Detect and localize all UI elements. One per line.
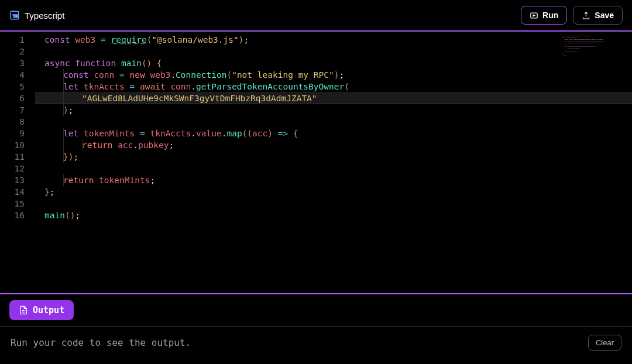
code-line[interactable] <box>35 198 632 210</box>
code-editor[interactable]: 12345678910111213141516 const web3 = req… <box>0 32 632 293</box>
document-icon <box>19 305 28 315</box>
line-number: 5 <box>0 81 35 92</box>
line-number: 12 <box>0 163 35 174</box>
code-line[interactable]: const conn = new web3.Connection("not le… <box>35 69 632 81</box>
code-line[interactable] <box>35 163 632 174</box>
save-button[interactable]: Save <box>573 6 623 25</box>
line-number: 9 <box>0 128 35 139</box>
code-line[interactable]: async function main() { <box>35 57 632 69</box>
typescript-icon: TS <box>9 10 20 20</box>
clear-button[interactable]: Clear <box>588 335 621 351</box>
clear-button-label: Clear <box>596 338 614 347</box>
output-tab[interactable]: Output <box>9 300 74 320</box>
run-button-label: Run <box>542 11 558 20</box>
line-number: 1 <box>0 34 35 46</box>
line-number: 14 <box>0 186 35 198</box>
line-number: 7 <box>0 104 35 116</box>
code-line[interactable]: let tknAccts = await conn.getParsedToken… <box>35 81 632 92</box>
code-line[interactable]: const web3 = require("@solana/web3.js"); <box>35 34 632 46</box>
line-number: 2 <box>0 46 35 57</box>
code-line[interactable]: "AGLwEd8LAdUHe9cMkSWnF3gyVtDmFHbzRq3dAdm… <box>35 92 632 104</box>
output-tab-label: Output <box>33 305 64 315</box>
line-number: 10 <box>0 139 35 151</box>
line-number: 6 <box>0 92 35 104</box>
line-number: 4 <box>0 69 35 81</box>
code-line[interactable]: main(); <box>35 210 632 221</box>
code-line[interactable]: let tokenMints = tknAccts.value.map((acc… <box>35 128 632 139</box>
line-number-gutter: 12345678910111213141516 <box>0 34 35 221</box>
line-number: 15 <box>0 198 35 210</box>
line-number: 11 <box>0 151 35 163</box>
language-label: Typescript <box>25 11 64 20</box>
line-number: 13 <box>0 174 35 186</box>
language-indicator: TS Typescript <box>9 10 64 20</box>
code-line[interactable]: }; <box>35 186 632 198</box>
code-line[interactable] <box>35 116 632 128</box>
header-actions: Run Save <box>521 6 623 25</box>
code-line[interactable]: return acc.pubkey; <box>35 139 632 151</box>
code-line[interactable]: ); <box>35 104 632 116</box>
upload-icon <box>582 11 590 20</box>
code-line[interactable]: }); <box>35 151 632 163</box>
save-button-label: Save <box>595 11 614 20</box>
svg-text:TS: TS <box>13 14 18 18</box>
code-line[interactable]: return tokenMints; <box>35 174 632 186</box>
line-number: 3 <box>0 57 35 69</box>
output-tab-bar: Output <box>0 294 632 326</box>
output-placeholder: Run your code to see the output. <box>11 337 191 348</box>
play-icon <box>530 11 538 20</box>
run-button[interactable]: Run <box>521 6 567 25</box>
editor-header: TS Typescript Run Save <box>0 0 632 32</box>
code-line[interactable] <box>35 46 632 57</box>
line-number: 8 <box>0 116 35 128</box>
line-number: 16 <box>0 210 35 221</box>
output-panel: Run your code to see the output. Clear <box>0 327 632 359</box>
code-area[interactable]: const web3 = require("@solana/web3.js");… <box>35 34 632 221</box>
